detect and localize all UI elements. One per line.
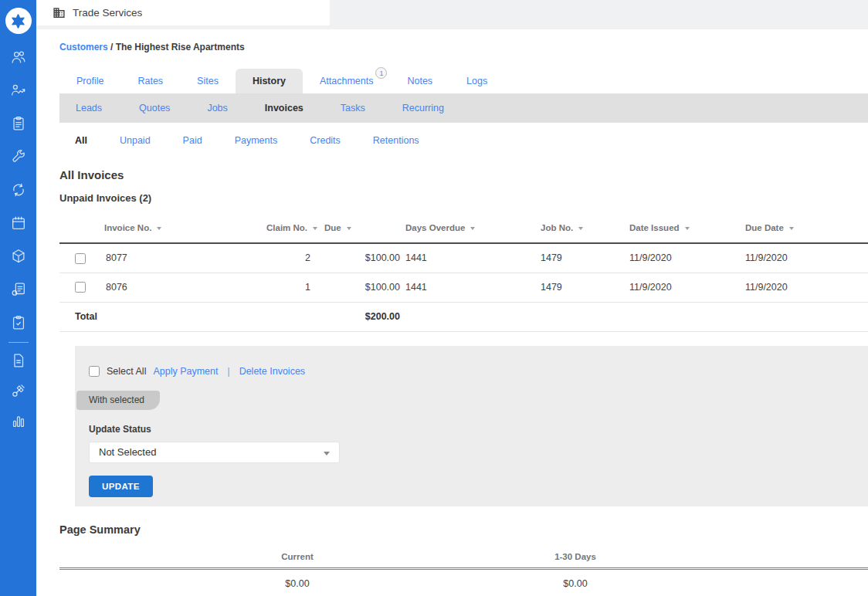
invoice-note-icon[interactable] (10, 281, 27, 298)
topbar-title-area: Trade Services (36, 0, 330, 25)
attachments-count-badge: 1 (375, 67, 387, 79)
col-header-days-overdue[interactable]: Days Overdue (402, 213, 533, 243)
col-label: Claim No. (266, 223, 307, 232)
tab-notes[interactable]: Notes (390, 69, 449, 93)
cell-claim-no: 1 (266, 273, 324, 302)
total-due-value: $200.00 (324, 302, 402, 331)
breadcrumb: Customers / The Highest Rise Apartments (59, 29, 868, 52)
status-dropdown[interactable]: Not Selected (89, 442, 340, 463)
sort-arrow-icon[interactable] (685, 227, 690, 230)
filter-paid[interactable]: Paid (167, 135, 219, 146)
col-label: Due (324, 223, 341, 232)
link-separator: | (225, 366, 232, 377)
sort-arrow-icon[interactable] (789, 227, 794, 230)
total-label: Total (59, 302, 266, 331)
table-header-row: Invoice No. Claim No. Due Days Overdue J… (59, 213, 868, 243)
quotes-clipboard-icon[interactable] (10, 115, 27, 132)
cell-due-date: 11/9/2020 (741, 243, 868, 273)
jobs-wrench-icon[interactable] (10, 148, 27, 165)
sort-arrow-icon[interactable] (578, 227, 583, 230)
app-window: Trade Services Customers / The Highest R… (0, 0, 868, 596)
cell-job-no: 1479 (533, 243, 626, 273)
summary-col-1-30-days: 1-30 Days (554, 552, 596, 561)
col-header-job-no[interactable]: Job No. (533, 213, 626, 243)
status-dropdown-value: Not Selected (99, 446, 156, 458)
summary-value-1-30-days: $0.00 (563, 578, 587, 589)
sort-arrow-icon[interactable] (157, 227, 161, 230)
cell-due: $100.00 (324, 243, 402, 273)
filter-unpaid[interactable]: Unpaid (103, 135, 167, 146)
cell-job-no: 1479 (533, 273, 626, 302)
col-label: Job No. (541, 223, 573, 232)
page-title: All Invoices (59, 168, 868, 181)
subtab-invoices[interactable]: Invoices (246, 103, 322, 113)
invoice-filter-bar: All Unpaid Paid Payments Credits Retenti… (59, 123, 868, 157)
users-icon[interactable] (10, 49, 27, 66)
tab-rates[interactable]: Rates (120, 69, 180, 93)
subtab-jobs[interactable]: Jobs (188, 103, 246, 113)
history-subnav: Leads Quotes Jobs Invoices Tasks Recurri… (59, 93, 868, 123)
bulk-action-panel: Select All Apply Payment | Delete Invoic… (75, 346, 868, 506)
unpaid-invoices-heading: Unpaid Invoices (2) (59, 192, 868, 204)
leads-trend-icon[interactable] (10, 82, 27, 99)
update-status-label: Update Status (89, 424, 868, 435)
cell-date-issued: 11/9/2020 (626, 273, 741, 302)
page-summary-header-row: Current 1-30 Days (59, 548, 868, 570)
sidebar-nav-top (10, 49, 27, 331)
filter-retentions[interactable]: Retentions (357, 135, 436, 146)
subtab-quotes[interactable]: Quotes (120, 103, 188, 113)
cell-days-overdue: 1441 (402, 273, 533, 302)
sort-arrow-icon[interactable] (313, 227, 317, 230)
cell-invoice-no: 8077 (104, 243, 266, 273)
subtab-tasks[interactable]: Tasks (322, 103, 384, 113)
col-header-date-issued[interactable]: Date Issued (626, 213, 741, 243)
calendar-icon[interactable] (10, 215, 27, 232)
total-row: Total $200.00 (59, 302, 868, 331)
pipe-wrench-icon[interactable] (10, 382, 27, 399)
update-button[interactable]: UPDATE (89, 476, 153, 497)
tab-sites[interactable]: Sites (180, 69, 236, 93)
filter-credits[interactable]: Credits (293, 135, 357, 146)
tab-attachments[interactable]: Attachments1 (303, 69, 390, 93)
col-header-due[interactable]: Due (324, 213, 402, 243)
sidebar-divider (8, 342, 29, 343)
filter-all[interactable]: All (59, 135, 103, 146)
subtab-leads[interactable]: Leads (59, 103, 120, 113)
page-summary-value-row: $0.00 $0.00 (59, 570, 868, 596)
col-header-invoice-no[interactable]: Invoice No. (104, 213, 266, 243)
apply-payment-link[interactable]: Apply Payment (153, 366, 218, 377)
subtab-recurring[interactable]: Recurring (384, 103, 463, 113)
select-all-checkbox[interactable] (89, 366, 100, 377)
app-title: Trade Services (73, 7, 142, 19)
main-content: Customers / The Highest Rise Apartments … (36, 29, 868, 596)
bar-chart-icon[interactable] (10, 412, 27, 429)
sort-arrow-icon[interactable] (347, 227, 351, 230)
col-header-claim-no[interactable]: Claim No. (266, 213, 324, 243)
cell-invoice-no: 8076 (104, 273, 266, 302)
delete-invoices-link[interactable]: Delete Invoices (239, 366, 305, 377)
col-label: Days Overdue (405, 223, 465, 232)
tab-logs[interactable]: Logs (449, 69, 504, 93)
cell-due-date: 11/9/2020 (741, 273, 868, 302)
page-summary-table: Current 1-30 Days $0.00 $0.00 (59, 548, 868, 596)
sort-arrow-icon[interactable] (470, 227, 475, 230)
document-icon[interactable] (10, 352, 27, 369)
sidebar (0, 0, 36, 596)
cell-date-issued: 11/9/2020 (626, 243, 741, 273)
col-header-due-date[interactable]: Due Date (741, 213, 868, 243)
row-checkbox[interactable] (75, 282, 86, 293)
tab-history[interactable]: History (236, 69, 303, 93)
app-logo[interactable] (5, 8, 32, 34)
topbar: Trade Services (36, 0, 868, 29)
cell-due: $100.00 (324, 273, 402, 302)
filter-payments[interactable]: Payments (219, 135, 294, 146)
inventory-cube-icon[interactable] (10, 248, 27, 265)
star-logo-icon (11, 14, 25, 29)
tab-profile[interactable]: Profile (59, 69, 120, 93)
breadcrumb-customers-link[interactable]: Customers (59, 42, 108, 52)
invoice-row: 8077 2 $100.00 1441 1479 11/9/2020 11/9/… (59, 243, 868, 273)
row-checkbox[interactable] (75, 253, 86, 264)
cell-days-overdue: 1441 (402, 243, 533, 273)
recurring-sync-icon[interactable] (10, 181, 27, 198)
tasks-clipboard-check-icon[interactable] (10, 314, 27, 331)
